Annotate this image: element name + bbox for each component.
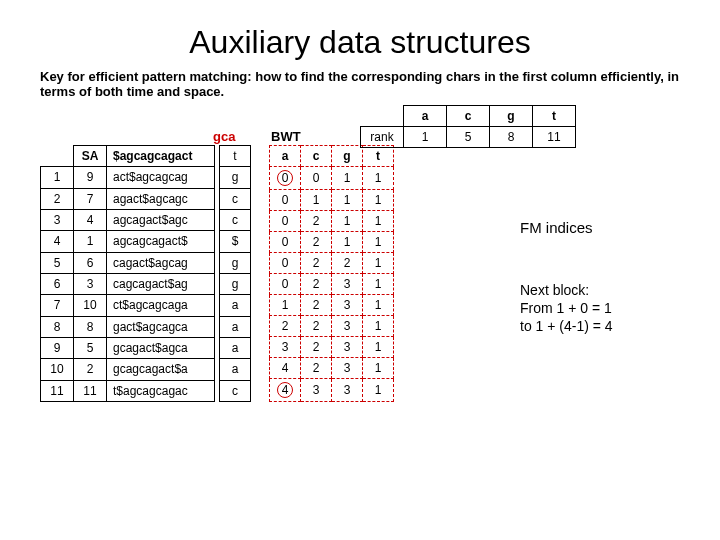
rotation: t$agcagcagac [107, 380, 215, 401]
rotation: ct$agcagcaga [107, 295, 215, 316]
sa-table: SA $agcagcagact 19act$agcagcag27agact$ag… [40, 145, 215, 402]
rotation: gact$agcagca [107, 316, 215, 337]
rotation: cagcagact$ag [107, 273, 215, 294]
bwt-char: g [220, 273, 251, 294]
fm-cell: 3 [332, 274, 363, 295]
fm-cell: 1 [363, 232, 394, 253]
rank-col-g: g [490, 106, 533, 127]
rank-val: 11 [533, 127, 576, 148]
fm-cell: 1 [363, 295, 394, 316]
bwt-char: $ [220, 231, 251, 252]
next-block-text: Next block: From 1 + 0 = 1 to 1 + (4-1) … [520, 281, 613, 336]
rotation: gcagact$agca [107, 337, 215, 358]
fm-col-a: a [270, 146, 301, 167]
bwt-head: t [220, 146, 251, 167]
row-index: 6 [41, 273, 74, 294]
fm-cell: 2 [270, 316, 301, 337]
rotation: gcagcagact$a [107, 359, 215, 380]
rotation: cagact$agcag [107, 252, 215, 273]
fm-cell: 2 [301, 253, 332, 274]
fm-cell: 1 [363, 253, 394, 274]
fm-cell: 0 [301, 167, 332, 190]
rank-col-c: c [447, 106, 490, 127]
sa-value: 6 [74, 252, 107, 273]
fm-cell: 1 [363, 211, 394, 232]
row-index: 8 [41, 316, 74, 337]
sa-value: 5 [74, 337, 107, 358]
row-index: 9 [41, 337, 74, 358]
fm-cell: 0 [270, 211, 301, 232]
fm-cell: 3 [332, 358, 363, 379]
fm-cell: 2 [301, 232, 332, 253]
fm-cell: 1 [363, 190, 394, 211]
fm-cell: 1 [363, 274, 394, 295]
rank-val: 8 [490, 127, 533, 148]
bwt-char: g [220, 252, 251, 273]
fm-cell: 1 [332, 232, 363, 253]
fm-cell: 4 [270, 358, 301, 379]
fm-cell: 1 [363, 167, 394, 190]
row-index: 1 [41, 167, 74, 188]
gca-label: gca [213, 129, 235, 144]
fm-cell: 1 [301, 190, 332, 211]
row-index: 10 [41, 359, 74, 380]
fm-cell: 2 [301, 274, 332, 295]
bwt-char: c [220, 209, 251, 230]
bwt-column: t gcc$ggaaaac [219, 145, 251, 402]
sa-value: 4 [74, 209, 107, 230]
row-index: 11 [41, 380, 74, 401]
sa-value: 8 [74, 316, 107, 337]
bwt-char: g [220, 167, 251, 188]
fm-cell: 0 [270, 253, 301, 274]
fm-cell: 0 [270, 167, 301, 190]
bwt-char: a [220, 316, 251, 337]
bwt-char: c [220, 380, 251, 401]
fm-cell: 2 [301, 295, 332, 316]
bwt-char: c [220, 188, 251, 209]
rotation: agcagcagact$ [107, 231, 215, 252]
fm-cell: 1 [363, 358, 394, 379]
fm-cell: 2 [301, 316, 332, 337]
fm-cell: 0 [270, 190, 301, 211]
row-index: 3 [41, 209, 74, 230]
fm-cell: 0 [270, 232, 301, 253]
rank-col-a: a [404, 106, 447, 127]
fm-cell: 1 [332, 167, 363, 190]
sa-value: 2 [74, 359, 107, 380]
fm-col-g: g [332, 146, 363, 167]
fm-cell: 3 [332, 379, 363, 402]
fm-cell: 4 [270, 379, 301, 402]
bwt-char: a [220, 359, 251, 380]
fm-cell: 1 [270, 295, 301, 316]
sa-value: 1 [74, 231, 107, 252]
fm-cell: 2 [301, 211, 332, 232]
row-index: 4 [41, 231, 74, 252]
subtitle: Key for efficient pattern matching: how … [40, 69, 680, 99]
rank-val: 1 [404, 127, 447, 148]
fm-cell: 1 [332, 190, 363, 211]
fm-cell: 2 [301, 358, 332, 379]
rotation: agact$agcagc [107, 188, 215, 209]
sa-value: 7 [74, 188, 107, 209]
rank-val: 5 [447, 127, 490, 148]
rotation: act$agcagcag [107, 167, 215, 188]
fm-col-c: c [301, 146, 332, 167]
bwt-char: a [220, 295, 251, 316]
fm-cell: 1 [332, 211, 363, 232]
rotation-header: $agcagcagact [107, 146, 215, 167]
sa-value: 9 [74, 167, 107, 188]
fm-cell: 1 [363, 379, 394, 402]
sa-value: 11 [74, 380, 107, 401]
fm-table: a c g t 00110111021102110221023112312231… [269, 145, 394, 402]
page-title: Auxiliary data structures [40, 24, 680, 61]
rank-table: a c g t rank 1 5 8 11 [360, 105, 576, 148]
fm-cell: 3 [301, 379, 332, 402]
fm-cell: 3 [332, 337, 363, 358]
sa-header: SA [74, 146, 107, 167]
fm-cell: 1 [363, 337, 394, 358]
bwt-label: BWT [271, 129, 301, 144]
fm-cell: 2 [332, 253, 363, 274]
fm-cell: 2 [301, 337, 332, 358]
rank-label: rank [361, 127, 404, 148]
sa-value: 3 [74, 273, 107, 294]
